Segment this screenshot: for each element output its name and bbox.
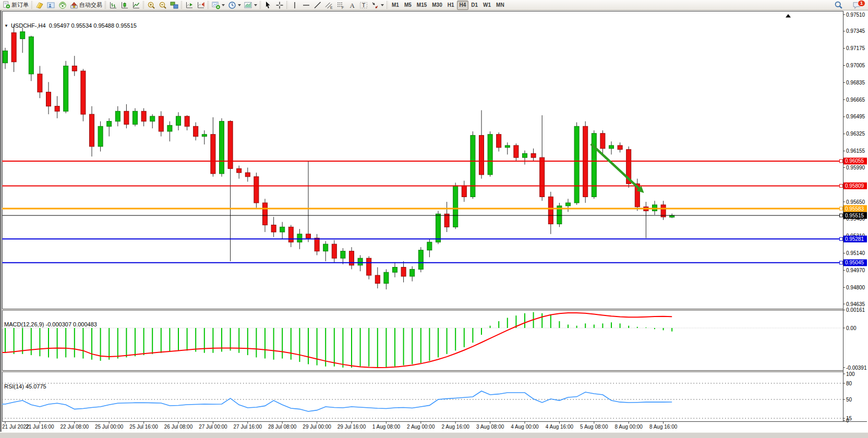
bear-candle	[306, 234, 311, 238]
bear-candle	[46, 92, 51, 106]
timeframe-m1-button[interactable]: M1	[389, 1, 402, 10]
timeframe-h1-button[interactable]: H1	[445, 1, 457, 10]
level-price-marker[interactable]	[840, 207, 843, 210]
bull-candle	[20, 32, 25, 39]
time-tick-label: 25 Jul 16:00	[129, 424, 158, 430]
current-price-marker[interactable]	[840, 214, 843, 217]
bear-candle	[254, 177, 259, 203]
horizontal-line-button[interactable]	[300, 1, 312, 10]
timeframe-mn-button[interactable]: MN	[493, 1, 507, 10]
timeframe-h4-button[interactable]: H4	[457, 1, 469, 10]
rsi-tick-label: 0	[846, 418, 849, 423]
tile-windows-button[interactable]	[168, 1, 180, 10]
navigator-button[interactable]	[45, 1, 57, 10]
level-price-marker[interactable]	[840, 184, 843, 187]
autotrading-button[interactable]: 自动交易	[68, 1, 104, 10]
vertical-line-icon	[291, 1, 299, 9]
price-tick-label: 0.95140	[846, 250, 865, 256]
bull-candle	[220, 121, 224, 174]
chart-window[interactable]: 0.975100.973450.971750.970050.968350.966…	[0, 10, 868, 438]
timeframe-m5-button[interactable]: M5	[402, 1, 414, 10]
level-price-marker[interactable]	[840, 261, 843, 264]
bear-candle	[479, 136, 484, 175]
market-watch-button[interactable]	[34, 1, 45, 10]
bear-candle	[288, 227, 293, 242]
equidistant-channel-icon: E	[325, 1, 333, 9]
trendline-button[interactable]	[312, 1, 323, 10]
macd-indicator-label: MACD(12,26,9) -0.000307 0.000483	[4, 321, 97, 327]
periods-button[interactable]	[226, 1, 243, 10]
zoom-out-button[interactable]	[157, 1, 168, 10]
price-tick-label: 0.96835	[846, 80, 865, 86]
timeframe-d1-button[interactable]: D1	[468, 1, 480, 10]
price-chart[interactable]: 0.975100.973450.971750.970050.968350.966…	[0, 10, 868, 438]
time-tick-label: 26 Jul 08:00	[164, 424, 193, 430]
text-label-icon: T	[359, 1, 368, 9]
bull-candle	[574, 126, 579, 203]
time-tick-label: 29 Jul 00:00	[303, 424, 331, 430]
zoom-out-icon	[159, 1, 167, 9]
chevron-down-icon	[381, 4, 384, 6]
bull-candle	[358, 258, 363, 265]
bear-candle	[600, 133, 605, 149]
window-left-edge	[0, 10, 2, 432]
vertical-line-button[interactable]	[289, 1, 300, 10]
equidistant-channel-button[interactable]: E	[323, 1, 335, 10]
notifications-button[interactable]: 1	[851, 1, 863, 10]
price-tick-label: 0.95990	[846, 165, 865, 171]
svg-text:A: A	[350, 2, 355, 9]
fibonacci-icon: F	[336, 1, 345, 9]
templates-icon	[244, 1, 252, 9]
chevron-down-icon	[254, 4, 257, 6]
new-order-button[interactable]: 新订单	[1, 1, 30, 10]
templates-button[interactable]	[243, 1, 259, 10]
arrows-icon	[371, 1, 379, 9]
chart-shift-button[interactable]	[195, 1, 207, 10]
rsi-tick-label: 100	[846, 371, 855, 377]
line-chart-button[interactable]	[130, 1, 142, 10]
status-strip	[0, 432, 868, 438]
price-tick-label: 0.96665	[846, 97, 865, 103]
time-tick-label: 27 Jul 00:00	[199, 424, 227, 430]
bear-candle	[55, 106, 59, 112]
tile-windows-icon	[170, 1, 178, 9]
bear-candle	[211, 135, 215, 174]
auto-scroll-button[interactable]	[184, 1, 195, 10]
timeframe-label: M15	[416, 2, 428, 8]
price-tick-label: 0.97345	[846, 28, 865, 34]
timeframe-m15-button[interactable]: M15	[414, 1, 429, 10]
search-button[interactable]	[833, 1, 845, 10]
timeframe-m30-button[interactable]: M30	[429, 1, 444, 10]
timeframe-w1-button[interactable]: W1	[480, 1, 493, 10]
bear-candle	[194, 126, 198, 136]
level-price-marker[interactable]	[840, 160, 843, 163]
fibonacci-button[interactable]: F	[335, 1, 346, 10]
toolbar-right-group: 1	[833, 1, 868, 10]
zoom-in-icon	[147, 1, 155, 9]
trendline-icon	[314, 1, 322, 9]
bar-chart-button[interactable]	[107, 1, 119, 10]
level-price-label: 0.96055	[845, 158, 864, 164]
time-tick-label: 8 Aug 16:00	[649, 424, 678, 430]
toolbar-separator	[208, 1, 209, 9]
candlestick-chart-button[interactable]	[119, 1, 130, 10]
bull-candle	[670, 215, 674, 217]
bar-chart-icon	[109, 1, 117, 9]
chart-title-text: USDCHF-,H4 0.95497 0.95534 0.95488 0.955…	[11, 22, 137, 29]
zoom-in-button[interactable]	[146, 1, 157, 10]
level-price-marker[interactable]	[840, 237, 843, 240]
bull-candle	[3, 51, 8, 63]
arrows-button[interactable]	[369, 1, 385, 10]
text-label-button[interactable]: T	[358, 1, 369, 10]
cursor-button[interactable]	[262, 1, 274, 10]
bull-candle	[323, 244, 328, 251]
terminal-button[interactable]	[57, 1, 68, 10]
toolbar-separator	[387, 1, 388, 9]
add-indicator-button[interactable]	[210, 1, 226, 10]
rsi-tick-label: 80	[846, 381, 852, 386]
text-button[interactable]: A	[346, 1, 358, 10]
crosshair-button[interactable]	[274, 1, 285, 10]
time-tick-label: 22 Jul 08:00	[61, 424, 89, 430]
bear-candle	[367, 258, 371, 275]
chart-title-expander-icon[interactable]: ▼	[4, 23, 8, 28]
